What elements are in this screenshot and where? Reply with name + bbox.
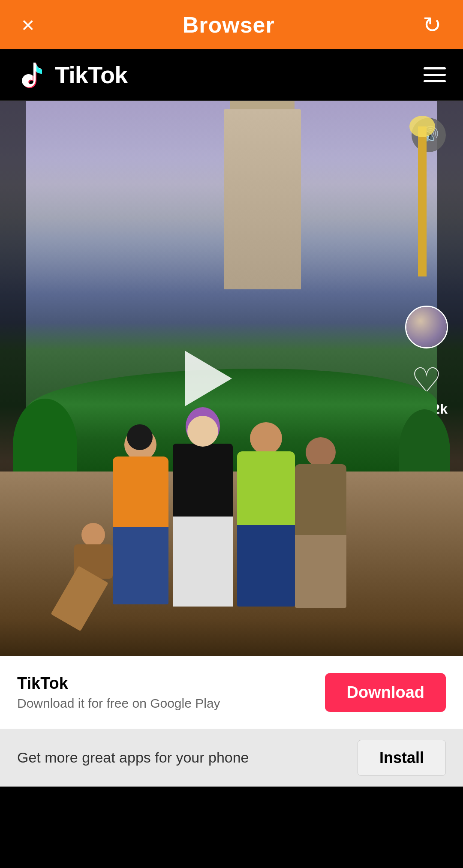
building bbox=[224, 109, 301, 289]
avatar-button[interactable] bbox=[405, 306, 448, 348]
tiktok-logo-text: TikTok bbox=[55, 61, 127, 89]
refresh-icon[interactable]: ↻ bbox=[423, 12, 442, 38]
menu-line-bot bbox=[424, 80, 446, 82]
tiktok-logo-area: TikTok bbox=[17, 60, 127, 90]
menu-icon[interactable] bbox=[424, 67, 446, 82]
promo-banner: Get more great apps for your phone Insta… bbox=[0, 729, 463, 787]
person-4 bbox=[235, 422, 297, 613]
play-button[interactable] bbox=[185, 351, 232, 406]
browser-bar: × Browser ↻ bbox=[0, 0, 463, 49]
install-button[interactable]: Install bbox=[358, 740, 446, 776]
close-icon[interactable]: × bbox=[21, 14, 34, 36]
person-5 bbox=[293, 437, 349, 613]
app-info: TikTok Download it for free on Google Pl… bbox=[17, 674, 220, 711]
app-description: Download it for free on Google Play bbox=[17, 696, 220, 711]
menu-line-mid bbox=[424, 74, 446, 76]
promo-text: Get more great apps for your phone bbox=[17, 749, 249, 766]
tiktok-nav: TikTok bbox=[0, 49, 463, 101]
person-3 bbox=[171, 411, 235, 613]
download-button[interactable]: Download bbox=[325, 673, 446, 712]
app-install-banner: TikTok Download it for free on Google Pl… bbox=[0, 656, 463, 729]
browser-title: Browser bbox=[183, 12, 275, 38]
person-1 bbox=[72, 523, 115, 634]
video-background[interactable]: 🔊 ♡ 361.2k ↪ Share @juliamenu bbox=[0, 101, 463, 656]
lamp-post bbox=[418, 126, 427, 276]
menu-line-top bbox=[424, 67, 446, 69]
person-2 bbox=[111, 429, 171, 613]
app-name: TikTok bbox=[17, 674, 220, 693]
video-container: 🔊 ♡ 361.2k ↪ Share @juliamenu bbox=[0, 101, 463, 656]
avatar-image bbox=[406, 307, 447, 347]
tiktok-logo-icon bbox=[17, 60, 47, 90]
